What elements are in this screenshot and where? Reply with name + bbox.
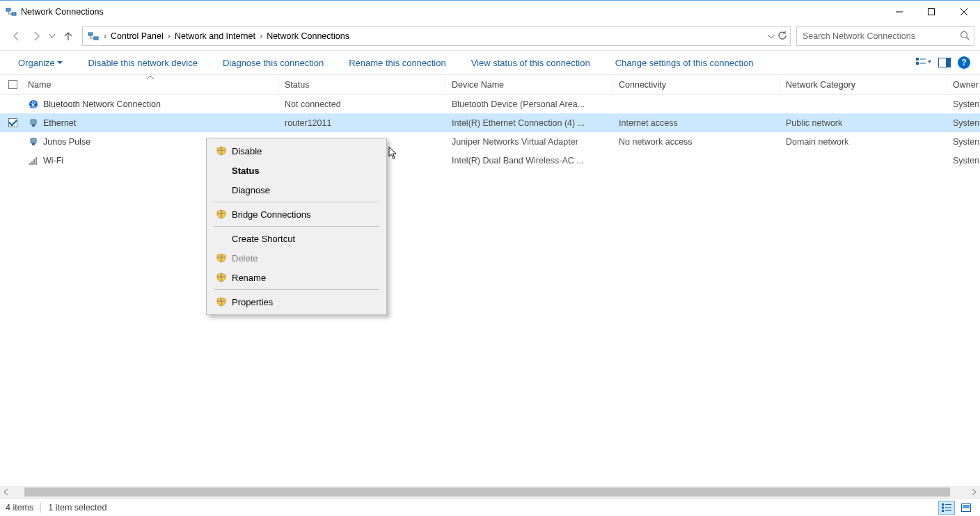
connection-owner: Systen <box>947 132 980 151</box>
ctx-create-shortcut[interactable]: Create Shortcut <box>208 229 385 248</box>
header-name[interactable]: Name <box>22 75 279 94</box>
address-bar[interactable]: › Control Panel › Network and Internet ›… <box>82 26 791 46</box>
chevron-right-icon: › <box>166 31 172 41</box>
connection-connectivity <box>613 95 780 113</box>
ctx-label: Rename <box>232 273 266 283</box>
ctx-bridge[interactable]: Bridge Connections <box>208 204 385 224</box>
scroll-left-button[interactable] <box>0 486 12 498</box>
preview-pane-button[interactable] <box>938 58 951 67</box>
address-dropdown-button[interactable] <box>768 31 775 41</box>
scrollbar-track[interactable] <box>12 486 968 498</box>
sort-ascending-icon <box>147 75 154 82</box>
close-button[interactable] <box>947 1 980 22</box>
svg-rect-7 <box>94 37 98 40</box>
change-settings-button[interactable]: Change settings of this connection <box>603 51 766 74</box>
header-status[interactable]: Status <box>279 75 446 94</box>
ctx-separator <box>214 226 379 227</box>
up-button[interactable] <box>60 28 77 45</box>
column-headers: Name Status Device Name Connectivity Net… <box>0 75 980 95</box>
svg-line-9 <box>967 37 970 40</box>
breadcrumb-item[interactable]: Network and Internet <box>172 27 258 45</box>
toolbar: Organize Disable this network device Dia… <box>0 50 980 75</box>
navbar: › Control Panel › Network and Internet ›… <box>0 22 980 50</box>
svg-rect-19 <box>31 138 36 143</box>
scrollbar-thumb[interactable] <box>24 487 950 497</box>
svg-rect-32 <box>963 505 970 508</box>
svg-rect-20 <box>32 143 35 145</box>
list-item[interactable]: Ethernet router12011 Intel(R) Ethernet C… <box>0 113 980 132</box>
disable-device-button[interactable]: Disable this network device <box>75 51 210 74</box>
ctx-status[interactable]: Status <box>208 161 385 180</box>
list-item[interactable]: Wi-Fi Intel(R) Dual Band Wireless-AC ...… <box>0 151 980 170</box>
back-button[interactable] <box>8 28 25 45</box>
chevron-right-icon[interactable]: › <box>102 31 108 41</box>
svg-rect-25 <box>942 503 944 506</box>
ethernet-icon <box>28 136 39 147</box>
organize-button[interactable]: Organize <box>6 51 75 74</box>
view-status-button[interactable]: View status of this connection <box>459 51 603 74</box>
connection-device: Juniper Networks Virtual Adapter <box>446 132 613 151</box>
svg-rect-27 <box>942 506 944 508</box>
list-item[interactable]: Bluetooth Network Connection Not connect… <box>0 95 980 113</box>
connection-category: Domain network <box>780 132 947 151</box>
shield-icon <box>215 146 228 156</box>
header-device-name[interactable]: Device Name <box>446 75 613 94</box>
details-view-button[interactable] <box>938 501 955 515</box>
search-box[interactable] <box>796 26 974 46</box>
header-connectivity[interactable]: Connectivity <box>613 75 780 94</box>
ctx-disable[interactable]: Disable <box>208 141 385 161</box>
connection-category <box>780 151 947 170</box>
ctx-rename[interactable]: Rename <box>208 268 385 287</box>
search-input[interactable] <box>801 31 960 42</box>
rename-connection-button[interactable]: Rename this connection <box>336 51 458 74</box>
connection-category: Public network <box>780 113 947 132</box>
search-icon[interactable] <box>960 31 970 42</box>
maximize-button[interactable] <box>915 1 947 22</box>
view-options-button[interactable] <box>916 57 931 68</box>
recent-locations-button[interactable] <box>47 28 57 45</box>
connection-list[interactable]: Bluetooth Network Connection Not connect… <box>0 95 980 486</box>
breadcrumb-item[interactable]: Network Connections <box>264 27 352 45</box>
svg-rect-15 <box>946 58 950 67</box>
header-checkbox-column[interactable] <box>0 75 22 94</box>
svg-point-8 <box>961 31 967 38</box>
ctx-properties[interactable]: Properties <box>208 292 385 312</box>
window-title: Network Connections <box>21 7 104 17</box>
list-item[interactable]: Junos Pulse Juniper Networks Virtual Ada… <box>0 132 980 151</box>
svg-rect-22 <box>31 161 33 165</box>
connection-owner: Systen <box>947 113 980 132</box>
ctx-diagnose[interactable]: Diagnose <box>208 180 385 200</box>
refresh-button[interactable] <box>777 31 787 42</box>
context-menu: Disable Status Diagnose Bridge Connectio… <box>206 138 387 315</box>
network-connections-icon <box>6 6 17 17</box>
breadcrumb-item[interactable]: Control Panel <box>108 27 166 45</box>
connection-connectivity: No network access <box>613 132 780 151</box>
help-button[interactable]: ? <box>958 56 970 69</box>
header-network-category[interactable]: Network Category <box>780 75 947 94</box>
row-checkbox[interactable] <box>8 118 17 127</box>
item-count: 4 items <box>6 503 33 513</box>
shield-icon <box>215 273 228 282</box>
scroll-right-button[interactable] <box>968 486 980 498</box>
breadcrumb: Control Panel › Network and Internet › N… <box>108 27 768 45</box>
minimize-button[interactable] <box>883 1 915 22</box>
connection-device: Bluetooth Device (Personal Area... <box>446 95 613 113</box>
horizontal-scrollbar[interactable] <box>0 486 980 498</box>
ctx-separator <box>214 289 379 290</box>
large-icons-view-button[interactable] <box>958 501 974 515</box>
svg-rect-6 <box>88 33 93 35</box>
ctx-label: Diagnose <box>232 185 270 195</box>
ctx-label: Create Shortcut <box>232 234 295 244</box>
diagnose-connection-button[interactable]: Diagnose this connection <box>210 51 336 74</box>
header-owner[interactable]: Owner <box>947 75 980 94</box>
shield-icon <box>215 209 228 219</box>
connection-device: Intel(R) Dual Band Wireless-AC ... <box>446 151 613 170</box>
connection-status: Not connected <box>279 95 446 113</box>
shield-icon <box>215 253 228 263</box>
svg-rect-18 <box>32 124 35 127</box>
svg-rect-24 <box>35 157 37 165</box>
forward-button[interactable] <box>28 28 45 45</box>
chevron-right-icon: › <box>258 31 264 41</box>
network-connections-window: Network Connections › Control Panel › Ne… <box>0 0 980 516</box>
titlebar[interactable]: Network Connections <box>0 1 980 22</box>
